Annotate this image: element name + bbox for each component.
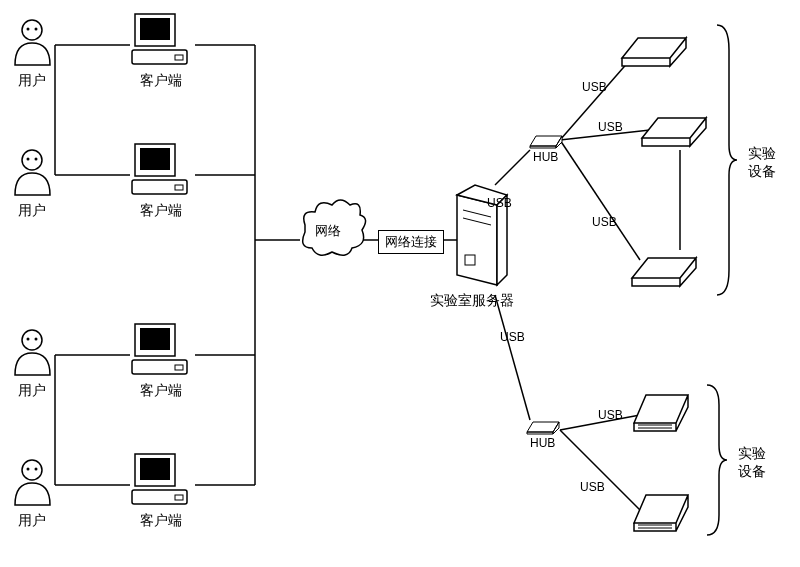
svg-point-23 <box>27 28 30 31</box>
svg-point-33 <box>35 468 38 471</box>
client-pc-icon-1 <box>130 12 195 75</box>
svg-rect-44 <box>132 360 187 374</box>
cloud-label: 网络 <box>315 222 341 240</box>
svg-point-27 <box>35 158 38 161</box>
network-link-box: 网络连接 <box>378 230 444 254</box>
svg-rect-43 <box>140 328 170 350</box>
device-icon-4 <box>632 385 692 438</box>
user-icon-2 <box>10 145 55 203</box>
svg-rect-36 <box>132 50 187 64</box>
client-label-4: 客户端 <box>140 512 182 530</box>
user-label-1: 用户 <box>18 72 46 90</box>
user-icon-1 <box>10 15 55 73</box>
user-icon-3 <box>10 325 55 383</box>
usb-label-2: USB <box>582 80 607 94</box>
client-pc-icon-4 <box>130 452 195 515</box>
usb-label-1: USB <box>487 196 512 210</box>
user-label-3: 用户 <box>18 382 46 400</box>
svg-rect-48 <box>132 490 187 504</box>
server-label: 实验室服务器 <box>430 292 514 310</box>
user-label-2: 用户 <box>18 202 46 220</box>
svg-rect-47 <box>140 458 170 480</box>
user-icon-4 <box>10 455 55 513</box>
svg-point-31 <box>22 460 42 480</box>
svg-rect-49 <box>175 495 183 500</box>
svg-point-25 <box>22 150 42 170</box>
client-label-2: 客户端 <box>140 202 182 220</box>
svg-line-17 <box>560 140 640 260</box>
equip-group-label-2: 实验 设备 <box>738 445 766 481</box>
svg-rect-40 <box>132 180 187 194</box>
svg-rect-45 <box>175 365 183 370</box>
equip-group-label-1: 实验 设备 <box>748 145 776 181</box>
client-pc-icon-2 <box>130 142 195 205</box>
svg-line-19 <box>495 295 530 420</box>
client-pc-icon-3 <box>130 322 195 385</box>
svg-point-30 <box>35 338 38 341</box>
usb-label-5: USB <box>500 330 525 344</box>
client-label-1: 客户端 <box>140 72 182 90</box>
usb-label-6: USB <box>598 408 623 422</box>
svg-point-29 <box>27 338 30 341</box>
device-icon-5 <box>632 485 692 538</box>
svg-rect-39 <box>140 148 170 170</box>
svg-point-28 <box>22 330 42 350</box>
device-icon-2 <box>640 110 710 153</box>
svg-rect-35 <box>140 18 170 40</box>
svg-point-32 <box>27 468 30 471</box>
hub-label-1: HUB <box>533 150 558 164</box>
usb-label-3: USB <box>598 120 623 134</box>
brace-1 <box>715 20 740 303</box>
svg-point-22 <box>22 20 42 40</box>
svg-point-26 <box>27 158 30 161</box>
usb-label-7: USB <box>580 480 605 494</box>
hub-label-2: HUB <box>530 436 555 450</box>
svg-line-21 <box>560 430 640 510</box>
svg-point-24 <box>35 28 38 31</box>
user-label-4: 用户 <box>18 512 46 530</box>
device-icon-1 <box>620 30 690 73</box>
svg-rect-37 <box>175 55 183 60</box>
brace-2 <box>705 380 730 543</box>
svg-rect-41 <box>175 185 183 190</box>
client-label-3: 客户端 <box>140 382 182 400</box>
device-icon-3 <box>630 250 700 293</box>
usb-label-4: USB <box>592 215 617 229</box>
